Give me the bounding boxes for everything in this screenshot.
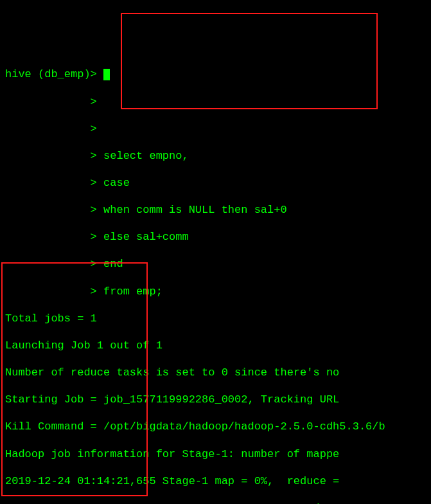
launching-job: Launching Job 1 out of 1 (5, 339, 426, 352)
terminal-output[interactable]: hive (db_emp)> > > > select empno, > cas… (0, 54, 431, 504)
total-jobs: Total jobs = 1 (5, 312, 426, 325)
progress-0: 2019-12-24 01:14:21,655 Stage-1 map = 0%… (5, 474, 426, 488)
progress-100: 2019-12-24 01:14:30,164 Stage-1 map = 10… (5, 501, 426, 504)
prompt-cont: > (5, 122, 426, 136)
cursor-icon (103, 69, 110, 80)
sql-case: > case (5, 176, 426, 190)
sql-select: > select empno, (5, 149, 426, 163)
prompt-line: hive (db_emp)> (5, 68, 426, 81)
sql-end: > end (5, 257, 426, 271)
reduce-tasks: Number of reduce tasks is set to 0 since… (5, 366, 426, 379)
hadoop-info: Hadoop job information for Stage-1: numb… (5, 447, 426, 461)
starting-job: Starting Job = job_1577119992286_0002, T… (5, 393, 426, 406)
kill-command: Kill Command = /opt/bigdata/hadoop/hadoo… (5, 420, 426, 433)
prompt-cont: > (5, 95, 426, 109)
sql-when: > when comm is NULL then sal+0 (5, 203, 426, 217)
sql-else: > else sal+comm (5, 230, 426, 244)
sql-from: > from emp; (5, 285, 426, 298)
